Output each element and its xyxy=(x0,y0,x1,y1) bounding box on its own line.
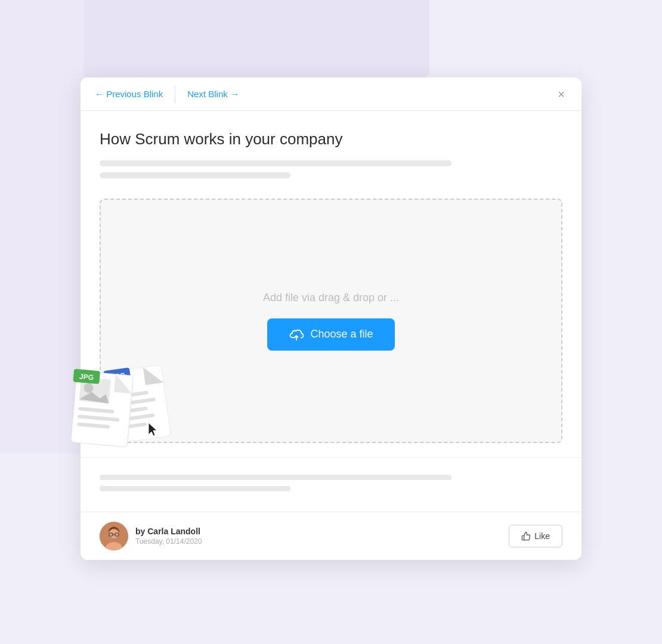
modal-content: How Scrum works in your company xyxy=(81,111,581,199)
like-button[interactable]: Like xyxy=(509,525,562,547)
choose-file-button[interactable]: Choose a file xyxy=(267,318,394,351)
skeleton-line-1 xyxy=(100,160,451,166)
modal-bottom xyxy=(81,457,581,512)
bottom-skeleton-2 xyxy=(100,486,290,491)
thumbs-up-icon xyxy=(521,531,531,541)
modal-footer: by Carla Landoll Tuesday, 01/14/2020 Lik… xyxy=(81,512,581,560)
dropzone[interactable]: Add file via drag & drop or ... Choose a… xyxy=(100,199,562,443)
nav-divider xyxy=(175,85,175,103)
file-illustration: DOC JPG xyxy=(56,335,175,454)
avatar xyxy=(100,522,128,550)
author-prefix: by xyxy=(135,527,147,536)
author-date: Tuesday, 01/14/2020 xyxy=(135,537,509,546)
bottom-skeleton-1 xyxy=(100,475,451,480)
skeleton-line-2 xyxy=(100,172,290,178)
author-name-text: Carla Landoll xyxy=(147,527,200,536)
author-name: by Carla Landoll xyxy=(135,527,509,536)
page-title: How Scrum works in your company xyxy=(100,130,562,148)
close-button[interactable]: × xyxy=(555,86,567,103)
author-info: by Carla Landoll Tuesday, 01/14/2020 xyxy=(135,527,509,546)
prev-blink-button[interactable]: ← Previous Blink xyxy=(95,89,163,99)
modal-nav: ← Previous Blink Next Blink → × xyxy=(81,78,581,111)
next-blink-button[interactable]: Next Blink → xyxy=(187,89,239,99)
choose-file-label: Choose a file xyxy=(310,328,373,340)
cloud-upload-icon xyxy=(289,328,304,341)
svg-text:JPG: JPG xyxy=(79,372,94,382)
like-label: Like xyxy=(534,531,550,541)
dropzone-text: Add file via drag & drop or ... xyxy=(263,292,399,304)
modal: ← Previous Blink Next Blink → × How Scru… xyxy=(81,78,581,560)
